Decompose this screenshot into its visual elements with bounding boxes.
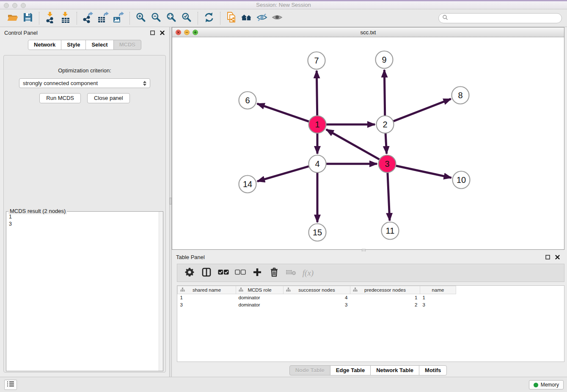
table-cell[interactable]: 2 [350, 301, 420, 309]
column-header-predecessor-nodes[interactable]: predecessor nodes [350, 286, 420, 294]
network-window-title: scc.txt [172, 29, 564, 36]
tab-edge-table[interactable]: Edge Table [330, 365, 371, 375]
refresh-view-button[interactable] [201, 11, 217, 25]
graph-edge-1-6[interactable] [257, 104, 309, 121]
table-cell[interactable]: 3 [284, 301, 350, 309]
column-header-shared-name[interactable]: shared name [178, 286, 236, 294]
result-scrollbar[interactable] [159, 212, 163, 371]
table-cell[interactable]: 3 [178, 301, 236, 309]
tab-network-table[interactable]: Network Table [370, 365, 419, 375]
delete-table-icon [286, 268, 297, 278]
export-network-button[interactable] [80, 11, 96, 25]
task-history-button[interactable] [4, 380, 17, 390]
graph-svg: 7968124314101511 [172, 37, 564, 249]
close-panel-icon-button[interactable] [160, 30, 165, 36]
gear-icon [185, 268, 194, 279]
tab-mcds[interactable]: MCDS [113, 40, 141, 50]
table-cell[interactable]: dominator [236, 294, 284, 301]
network-canvas[interactable]: 7968124314101511 [172, 37, 564, 249]
float-table-panel-button[interactable] [545, 254, 550, 260]
export-image-icon [113, 11, 124, 25]
column-header-MCDS-role[interactable]: MCDS role [236, 286, 284, 294]
copy-network-button[interactable] [224, 11, 239, 25]
zoom-out-button[interactable] [149, 11, 164, 25]
add-column-button[interactable] [251, 267, 264, 279]
graph-edge-2-3[interactable] [385, 133, 387, 154]
graph-edge-1-7[interactable] [317, 71, 317, 116]
hierarchy-icon [180, 287, 185, 293]
folder-open-icon [7, 12, 19, 25]
network-zoom-button[interactable] [193, 30, 198, 35]
table-cell[interactable]: 1 [178, 294, 236, 301]
close-table-panel-button[interactable] [555, 254, 560, 260]
table-row[interactable]: 3dominator323 [178, 301, 461, 309]
select-all-rows-button[interactable] [217, 267, 230, 279]
splitter-grip[interactable] [169, 198, 172, 204]
open-session-button[interactable] [5, 11, 20, 25]
show-columns-button[interactable] [200, 267, 213, 279]
table-settings-button[interactable] [183, 267, 196, 279]
tab-style[interactable]: Style [61, 40, 86, 50]
float-panel-button[interactable] [150, 30, 155, 36]
graph-node-label: 15 [313, 228, 322, 237]
run-mcds-button[interactable]: Run MCDS [39, 93, 81, 103]
tab-motifs[interactable]: Motifs [419, 365, 447, 375]
home-view-button[interactable] [239, 11, 254, 25]
mcds-result-text[interactable]: 1 3 [7, 213, 158, 370]
graph-edge-2-9[interactable] [384, 70, 385, 116]
close-panel-button[interactable]: Close panel [87, 93, 130, 103]
graph-edge-3-10[interactable] [396, 166, 451, 177]
function-builder-button: f(x) [302, 267, 314, 279]
show-all-button[interactable] [270, 11, 285, 25]
table-row[interactable]: 1dominator411 [178, 294, 461, 301]
table-cell[interactable]: 1 [350, 294, 420, 301]
graph-edge-3-11[interactable] [388, 173, 390, 221]
node-table[interactable]: shared nameMCDS rolesuccessor nodesprede… [177, 285, 564, 362]
graph-edge-2-8[interactable] [394, 99, 451, 121]
export-image-button[interactable] [111, 11, 126, 25]
checked-boxes-icon [218, 269, 229, 277]
zoom-selected-button[interactable] [179, 11, 194, 25]
deselect-all-rows-button[interactable] [234, 267, 247, 279]
network-window-titlebar[interactable]: scc.txt [172, 28, 564, 37]
graph-node-label: 6 [245, 96, 250, 105]
search-icon [442, 14, 448, 22]
memory-button[interactable]: Memory [529, 380, 564, 389]
zoom-in-button[interactable] [133, 11, 149, 25]
network-minimize-button[interactable] [184, 30, 190, 35]
zoom-fit-button[interactable] [164, 11, 179, 25]
table-cell[interactable]: 1 [420, 294, 456, 301]
graph-edge-3-1[interactable] [326, 130, 380, 160]
control-panel-title: Control Panel [4, 30, 38, 36]
column-header-successor-nodes[interactable]: successor nodes [284, 286, 350, 294]
save-session-button[interactable] [20, 11, 36, 25]
tab-node-table[interactable]: Node Table [289, 365, 330, 375]
dropdown-value: strongly connected component [23, 80, 98, 86]
control-panel-tabs: Network Style Select MCDS [0, 40, 169, 50]
export-table-icon [97, 11, 109, 25]
search-input[interactable] [450, 15, 558, 21]
import-table-button[interactable] [58, 11, 73, 25]
optimization-criterion-dropdown[interactable]: strongly connected component [19, 78, 150, 88]
search-box[interactable] [438, 13, 562, 23]
graph-node-label: 4 [315, 159, 319, 168]
table-cell[interactable]: dominator [236, 301, 284, 309]
delete-column-button[interactable] [268, 267, 281, 279]
hierarchy-icon [286, 287, 291, 293]
node-table-grid: shared nameMCDS rolesuccessor nodesprede… [177, 286, 461, 309]
hide-unselected-button[interactable] [254, 11, 270, 25]
column-header-name[interactable]: name [420, 286, 456, 294]
app-close-button[interactable] [4, 3, 9, 8]
app-titlebar: Session: New Session [0, 0, 567, 9]
import-network-button[interactable] [43, 11, 58, 25]
table-cell[interactable]: 3 [420, 301, 456, 309]
graph-edge-4-14[interactable] [257, 166, 309, 181]
graph-node-label: 14 [243, 179, 252, 189]
app-zoom-button[interactable] [21, 3, 26, 8]
app-minimize-button[interactable] [12, 3, 17, 8]
export-table-button[interactable] [96, 11, 111, 25]
table-cell[interactable]: 4 [284, 294, 350, 301]
network-close-button[interactable] [176, 30, 181, 35]
tab-select[interactable]: Select [85, 40, 113, 50]
tab-network[interactable]: Network [28, 40, 61, 50]
